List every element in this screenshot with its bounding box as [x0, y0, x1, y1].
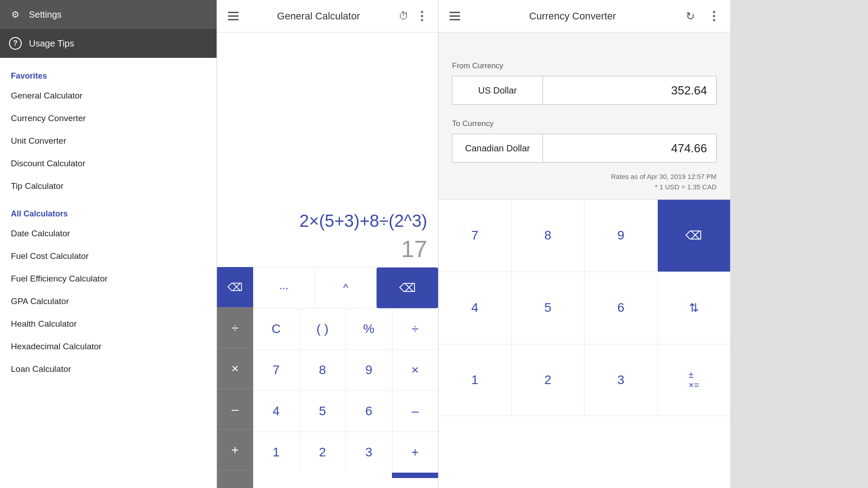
rates-note-line2: * 1 USD = 1.35 CAD	[452, 182, 717, 192]
four-btn[interactable]: 4	[253, 391, 300, 432]
currency-menu-button[interactable]	[446, 7, 464, 25]
eight-label: 8	[319, 363, 326, 377]
currency-function-btn[interactable]: ±×=	[658, 344, 731, 416]
two-label: 2	[319, 445, 326, 460]
ellipsis-btn[interactable]: ···	[253, 267, 315, 308]
currency-four-btn[interactable]: 4	[439, 272, 512, 344]
currency-keyboard: 7 8 9 ⌫ 4 5 6 ⇅	[439, 199, 730, 488]
sidebar-item-health-calculator[interactable]: Health Calculator	[0, 313, 217, 335]
settings-item[interactable]: ⚙ Settings	[0, 0, 217, 29]
sidebar-item-general-calculator[interactable]: General Calculator	[0, 84, 217, 107]
five-btn[interactable]: 5	[300, 391, 346, 432]
from-currency-section: From Currency US Dollar 352.64	[439, 51, 730, 112]
swap-icon: ⇅	[689, 301, 699, 315]
currency-keyboard-row-2: 4 5 6 ⇅	[439, 272, 730, 344]
main-keyboard: ··· ^ ⌫ C ( ) %	[253, 267, 438, 488]
minus-side-icon: –	[231, 402, 239, 417]
multiply-side-btn[interactable]: ×	[217, 348, 253, 389]
two-btn[interactable]: 2	[300, 432, 346, 473]
seven-btn[interactable]: 7	[253, 350, 300, 390]
plus-label: +	[411, 445, 419, 460]
plus-btn[interactable]: +	[392, 432, 439, 473]
usage-tips-label: Usage Tips	[29, 38, 74, 49]
five-label: 5	[319, 404, 326, 418]
currency-one-btn[interactable]: 1	[439, 344, 512, 416]
six-label: 6	[365, 404, 373, 418]
sidebar-item-tip-calculator[interactable]: Tip Calculator	[0, 175, 217, 197]
to-currency-label: To Currency	[452, 119, 717, 128]
divide-side-icon: ÷	[231, 321, 238, 335]
parentheses-label: ( )	[316, 322, 328, 336]
one-label: 1	[273, 445, 280, 460]
currency-keyboard-row-1: 7 8 9 ⌫	[439, 200, 730, 272]
sidebar-item-hexadecimal-calculator[interactable]: Hexadecimal Calculator	[0, 335, 217, 358]
to-currency-row: Canadian Dollar 474.66	[452, 134, 717, 163]
hamburger-icon	[228, 12, 239, 20]
backspace-side-btn[interactable]: ⌫	[217, 267, 253, 308]
sidebar-item-discount-calculator[interactable]: Discount Calculator	[0, 152, 217, 175]
six-btn[interactable]: 6	[346, 391, 392, 432]
currency-five-btn[interactable]: 5	[512, 272, 585, 344]
to-currency-section: To Currency Canadian Dollar 474.66	[439, 112, 730, 166]
to-currency-select[interactable]: Canadian Dollar	[453, 134, 543, 162]
sidebar-item-loan-calculator[interactable]: Loan Calculator	[0, 358, 217, 380]
currency-backspace-btn[interactable]: ⌫	[658, 200, 731, 272]
nine-btn[interactable]: 9	[346, 350, 392, 390]
minus-side-btn[interactable]: –	[217, 389, 253, 430]
currency-refresh-button[interactable]: ↻	[681, 7, 699, 25]
from-currency-label: From Currency	[452, 61, 717, 70]
currency-seven-btn[interactable]: 7	[439, 200, 512, 272]
percent-btn[interactable]: %	[346, 309, 392, 349]
currency-two-btn[interactable]: 2	[512, 344, 585, 416]
currency-bottom-bar	[439, 416, 730, 488]
more-options-button[interactable]	[413, 7, 431, 25]
from-currency-select[interactable]: US Dollar	[453, 76, 543, 104]
sidebar-item-fuel-efficiency[interactable]: Fuel Efficiency Calculator	[0, 267, 217, 290]
four-label: 4	[273, 404, 280, 418]
help-icon: ?	[9, 37, 22, 50]
usage-tips-item[interactable]: ? Usage Tips	[0, 29, 217, 58]
calculator-header: General Calculator ⏱	[217, 0, 438, 33]
all-calculators-title: All Calculators	[0, 205, 217, 222]
minus-label: –	[411, 404, 419, 418]
history-icon: ⏱	[399, 10, 409, 22]
sidebar-item-currency-converter[interactable]: Currency Converter	[0, 107, 217, 130]
currency-more-button[interactable]	[705, 7, 723, 25]
currency-three-btn[interactable]: 3	[585, 344, 658, 416]
backspace-side-icon: ⌫	[227, 281, 243, 294]
bottom-bar	[253, 473, 438, 478]
multiply-label: ×	[411, 363, 419, 377]
sidebar-item-fuel-cost[interactable]: Fuel Cost Calculator	[0, 245, 217, 267]
from-currency-value: 352.64	[543, 76, 716, 104]
currency-title: Currency Converter	[469, 10, 676, 22]
multiply-btn[interactable]: ×	[392, 350, 439, 390]
currency-six-btn[interactable]: 6	[585, 272, 658, 344]
three-btn[interactable]: 3	[346, 432, 392, 473]
one-btn[interactable]: 1	[253, 432, 300, 473]
more-options-icon	[421, 11, 423, 21]
sidebar-item-gpa-calculator[interactable]: GPA Calculator	[0, 290, 217, 313]
divide-label: ÷	[412, 322, 419, 336]
sidebar-item-date-calculator[interactable]: Date Calculator	[0, 222, 217, 245]
eight-btn[interactable]: 8	[300, 350, 346, 390]
backspace-btn[interactable]: ⌫	[377, 267, 438, 308]
parentheses-btn[interactable]: ( )	[300, 309, 346, 349]
history-button[interactable]: ⏱	[395, 7, 413, 25]
sidebar-header: ⚙ Settings ? Usage Tips	[0, 0, 217, 58]
hamburger-menu-button[interactable]	[224, 7, 242, 25]
caret-btn[interactable]: ^	[315, 267, 377, 308]
divide-side-btn[interactable]: ÷	[217, 308, 253, 348]
nine-label: 9	[365, 363, 373, 377]
sidebar-item-unit-converter[interactable]: Unit Converter	[0, 130, 217, 152]
ellipsis-icon: ···	[279, 282, 288, 294]
currency-nine-btn[interactable]: 9	[585, 200, 658, 272]
equals-bar[interactable]	[392, 473, 438, 478]
currency-eight-btn[interactable]: 8	[512, 200, 585, 272]
clear-btn[interactable]: C	[253, 309, 300, 349]
minus-btn[interactable]: –	[392, 391, 439, 432]
rates-note-line1: Rates as of Apr 30, 2019 12:57 PM	[452, 172, 717, 182]
divide-btn[interactable]: ÷	[392, 309, 439, 349]
currency-swap-btn[interactable]: ⇅	[658, 272, 731, 344]
percent-label: %	[363, 322, 374, 336]
plus-side-btn[interactable]: +	[217, 430, 253, 470]
